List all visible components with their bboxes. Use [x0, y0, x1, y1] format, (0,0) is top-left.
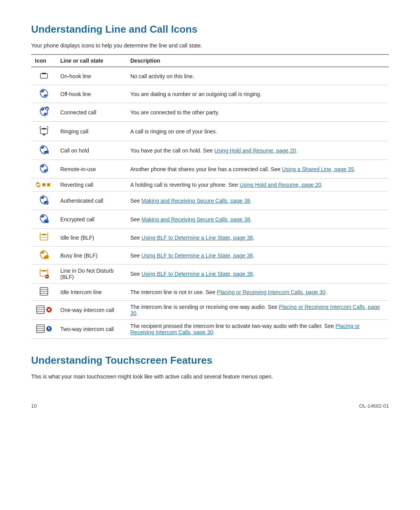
dnd-blf-link[interactable]: Using BLF to Determine a Line State, pag… [142, 271, 253, 277]
icon-cell [31, 85, 56, 103]
state-cell: Encrypted call [56, 210, 126, 229]
icon-cell [31, 284, 56, 301]
table-row: Busy line (BLF) See Using BLF to Determi… [31, 247, 389, 265]
state-cell: Idle Intercom line [56, 284, 126, 301]
desc-cell: See Making and Receiving Secure Calls, p… [126, 191, 389, 210]
icon-cell [31, 247, 56, 265]
state-cell: Two-way intercom call [56, 320, 126, 339]
table-row: Idle line (BLF) See Using BLF to Determi… [31, 229, 389, 247]
enc-secure-link[interactable]: Making and Receiving Secure Calls, page … [142, 216, 250, 223]
table-row: Remote-in-use Another phone that shares … [31, 160, 389, 179]
desc-cell: A call is ringing on one of your lines. [126, 122, 389, 141]
icon-cell [31, 210, 56, 229]
ringing-icon [38, 125, 49, 137]
svg-point-18 [38, 163, 49, 174]
icon-cell [31, 301, 56, 320]
svg-rect-24 [42, 183, 46, 186]
desc-cell: You are connected to the other party. [126, 103, 389, 122]
svg-point-2 [39, 88, 49, 98]
section1-title: Understanding Line and Call Icons [31, 23, 389, 35]
section2-title: Understanding Touchscreen Features [31, 354, 389, 366]
svg-rect-41 [45, 255, 49, 259]
desc-cell: Another phone that shares your line has … [126, 160, 389, 179]
icons-table: Icon Line or call state Description On-h… [31, 54, 389, 339]
desc-cell: You have put the call on hold. See Using… [126, 141, 389, 160]
col-desc-header: Description [126, 54, 389, 67]
icon-cell [31, 265, 56, 284]
table-row: Two-way intercom call The recipient pres… [31, 320, 389, 339]
icon-cell [31, 122, 56, 141]
svg-rect-36 [42, 234, 46, 235]
authenticated-icon: ✓ [38, 195, 49, 205]
state-cell: Busy line (BLF) [56, 247, 126, 265]
one-way-intercom-icon [36, 305, 52, 314]
svg-rect-11 [42, 128, 46, 130]
connected-icon: ▶ [38, 106, 49, 117]
desc-cell: No call activity on this line. [126, 67, 389, 85]
col-state-header: Line or call state [56, 54, 126, 67]
idle-blf-link[interactable]: Using BLF to Determine a Line State, pag… [142, 235, 253, 241]
svg-point-13 [38, 144, 49, 155]
state-cell: Connected call [56, 103, 126, 122]
page-number: 10 [31, 403, 37, 409]
auth-secure-link[interactable]: Making and Receiving Secure Calls, page … [142, 198, 250, 204]
desc-cell: The intercom line is sending or receivin… [126, 301, 389, 320]
state-cell: Off-hook line [56, 85, 126, 103]
icon-cell [31, 160, 56, 179]
table-row: One-way intercom call The intercom line … [31, 301, 389, 320]
hold-resume-link[interactable]: Using Hold and Resume, page 20 [214, 147, 296, 154]
desc-cell: The recipient pressed the intercom line … [126, 320, 389, 339]
on-hook-icon [39, 70, 49, 81]
svg-text:✓: ✓ [45, 202, 48, 205]
icon-cell [31, 320, 56, 339]
table-row: ▶ Connected call You are connected to th… [31, 103, 389, 122]
remote-in-use-icon [38, 163, 49, 174]
svg-rect-34 [46, 220, 49, 223]
svg-rect-43 [42, 270, 46, 272]
desc-cell: See Using BLF to Determine a Line State,… [126, 247, 389, 265]
state-cell: Line in Do Not Disturb (BLF) [56, 265, 126, 284]
encrypted-icon [38, 213, 49, 224]
reverting-hold-link[interactable]: Using Hold and Resume, page 20 [240, 182, 321, 188]
desc-cell: See Using BLF to Determine a Line State,… [126, 229, 389, 247]
two-way-intercom-icon [36, 324, 52, 333]
icon-cell: ▶ [31, 103, 56, 122]
idle-intercom-link[interactable]: Placing or Receiving Intercom Calls, pag… [217, 289, 326, 295]
icon-cell [31, 141, 56, 160]
one-way-intercom-link[interactable]: Placing or Receiving Intercom Calls, pag… [130, 304, 380, 316]
table-row: On-hook line No call activity on this li… [31, 67, 389, 85]
table-row: ✓ Authenticated call See Making and Rece… [31, 191, 389, 210]
idle-intercom-icon [39, 287, 49, 296]
hold-icon [38, 144, 49, 155]
desc-cell: A holding call is reverting to your phon… [126, 179, 389, 191]
desc-cell: The intercom line is not in use. See Pla… [126, 284, 389, 301]
section2-intro: This is what your main touchscreen might… [31, 373, 389, 380]
idle-blf-icon [38, 232, 49, 242]
desc-cell: You are dialing a number or an outgoing … [126, 85, 389, 103]
icon-cell: ✓ [31, 191, 56, 210]
table-header-row: Icon Line or call state Description [31, 54, 389, 67]
svg-rect-17 [47, 151, 49, 154]
table-row: Idle Intercom line The intercom line is … [31, 284, 389, 301]
icon-cell [31, 179, 56, 191]
state-cell: Authenticated call [56, 191, 126, 210]
table-row: Encrypted call See Making and Receiving … [31, 210, 389, 229]
table-row: Ringing call A call is ringing on one of… [31, 122, 389, 141]
dnd-blf-icon [38, 268, 49, 279]
state-cell: On-hook line [56, 67, 126, 85]
table-row: Off-hook line You are dialing a number o… [31, 85, 389, 103]
state-cell: One-way intercom call [56, 301, 126, 320]
svg-rect-12 [43, 134, 45, 135]
state-cell: Call on hold [56, 141, 126, 160]
busy-blf-link[interactable]: Using BLF to Determine a Line State, pag… [142, 252, 253, 259]
state-cell: Reverting call [56, 179, 126, 191]
svg-rect-1 [42, 73, 46, 74]
state-cell: Remote-in-use [56, 160, 126, 179]
icon-cell [31, 67, 56, 85]
shared-line-link[interactable]: Using a Shared Line, page 35 [282, 166, 354, 172]
section1-intro: Your phone displays icons to help you de… [31, 42, 389, 49]
two-way-intercom-link[interactable]: Placing or Receiving Intercom Calls, pag… [130, 323, 360, 335]
off-hook-icon [39, 88, 49, 98]
col-icon-header: Icon [31, 54, 56, 67]
busy-blf-icon [38, 250, 49, 260]
